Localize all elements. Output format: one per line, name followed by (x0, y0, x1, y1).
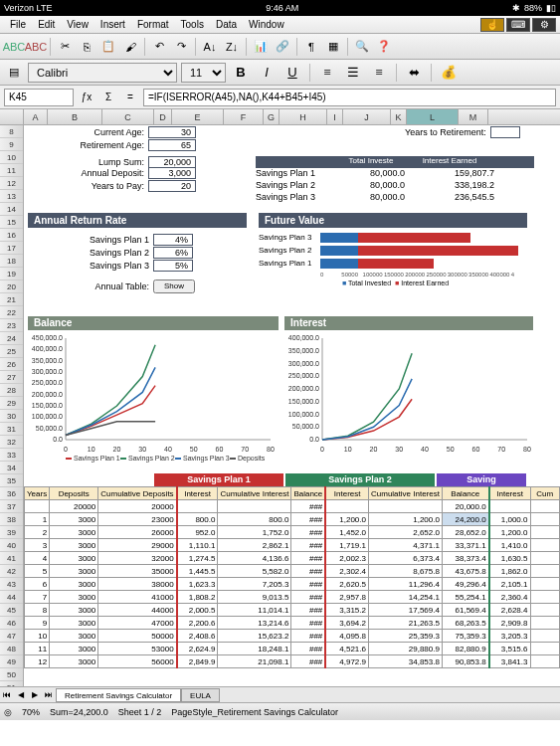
sum-icon[interactable]: Σ (99, 89, 117, 106)
align-left-icon[interactable]: ≡ (316, 63, 338, 83)
menu-insert[interactable]: Insert (94, 19, 131, 30)
bold-button[interactable]: B (230, 63, 252, 83)
currency-icon[interactable]: 💰 (438, 63, 460, 83)
col-I[interactable]: I (327, 109, 343, 124)
sort-asc-icon[interactable]: A↓ (200, 37, 220, 57)
menu-window[interactable]: Window (243, 19, 290, 30)
col-G[interactable]: G (264, 109, 280, 124)
styles-icon[interactable]: ▤ (4, 63, 24, 83)
col-K[interactable]: K (391, 109, 407, 124)
annual-deposit-input[interactable]: 3,000 (148, 167, 196, 179)
paste-icon[interactable]: 📋 (98, 37, 118, 57)
future-value-chart: Savings Plan 3Savings Plan 2Savings Plan… (259, 231, 532, 286)
spellcheck-red-icon[interactable]: ABC (26, 37, 46, 57)
hyperlink-icon[interactable]: 🔗 (273, 37, 292, 57)
svg-text:30: 30 (138, 446, 146, 453)
help-icon[interactable]: ❓ (374, 37, 394, 57)
balance-chart: 0.050,000.0100,000.0150,000.0200,000.025… (28, 332, 279, 471)
col-A[interactable]: A (24, 109, 48, 124)
current-age-input[interactable]: 30 (148, 126, 196, 138)
tab-first-icon[interactable]: ⏮ (0, 690, 14, 699)
spellcheck-icon[interactable]: ABC (4, 37, 24, 57)
plan2-rate-input[interactable]: 6% (153, 247, 193, 259)
align-center-icon[interactable]: ☰ (342, 63, 364, 83)
annual-deposit-label: Annual Deposit: (24, 168, 148, 178)
sheet-content[interactable]: Current Age:30 Years to Retirement: Reti… (24, 125, 560, 720)
svg-text:60: 60 (216, 446, 224, 453)
menu-format[interactable]: Format (131, 19, 175, 30)
svg-text:30: 30 (395, 446, 403, 453)
tab-next-icon[interactable]: ▶ (28, 690, 42, 699)
nonprint-icon[interactable]: ¶ (301, 37, 321, 57)
col-F[interactable]: F (224, 109, 264, 124)
svg-text:350,000.0: 350,000.0 (288, 347, 319, 354)
zoom-level: 70% (22, 707, 40, 717)
lump-sum-label: Lump Sum: (24, 157, 148, 167)
show-table-button[interactable]: Show (153, 280, 195, 293)
svg-text:0.0: 0.0 (309, 436, 319, 443)
col-J[interactable]: J (343, 109, 391, 124)
col-E[interactable]: E (172, 109, 224, 124)
menu-tools[interactable]: Tools (175, 19, 210, 30)
italic-button[interactable]: I (256, 63, 278, 83)
underline-button[interactable]: U (281, 63, 303, 83)
menubar: File Edit View Insert Format Tools Data … (0, 16, 560, 34)
svg-text:200,000.0: 200,000.0 (32, 391, 63, 398)
font-size-select[interactable]: 11 (181, 63, 226, 83)
svg-text:450,000.0: 450,000.0 (32, 334, 63, 341)
tab-eula[interactable]: EULA (181, 688, 220, 702)
merge-icon[interactable]: ⬌ (403, 63, 425, 83)
years-to-pay-input[interactable]: 20 (148, 180, 196, 192)
row-headers: 8910111213141516171819202122232425262728… (0, 125, 24, 720)
status-sheet: Sheet 1 / 2 (118, 707, 162, 717)
pointer-icon[interactable]: ☝ (480, 18, 504, 32)
svg-text:0: 0 (64, 446, 68, 453)
menu-edit[interactable]: Edit (32, 19, 61, 30)
col-B[interactable]: B (48, 109, 102, 124)
col-D[interactable]: D (154, 109, 172, 124)
align-right-icon[interactable]: ≡ (368, 63, 390, 83)
tab-prev-icon[interactable]: ◀ (14, 690, 28, 699)
tab-calculator[interactable]: Retirement Savings Calculator (56, 688, 181, 702)
svg-text:Deposits: Deposits (238, 455, 266, 463)
plan3-rate-input[interactable]: 5% (153, 260, 193, 272)
col-L[interactable]: L (407, 109, 459, 124)
font-name-select[interactable]: Calibri (28, 63, 177, 83)
grid-icon[interactable]: ▦ (323, 37, 343, 57)
menu-view[interactable]: View (61, 19, 94, 30)
retirement-age-input[interactable]: 65 (148, 139, 196, 151)
status-pagestyle: PageStyle_Retirement Savings Calculator (171, 707, 338, 717)
svg-text:10: 10 (88, 446, 95, 453)
future-value-header: Future Value (259, 213, 527, 228)
col-M[interactable]: M (459, 109, 488, 124)
zoom-icon[interactable]: 🔍 (352, 37, 372, 57)
cell-reference-input[interactable] (4, 89, 74, 106)
format-paint-icon[interactable]: 🖌 (120, 37, 140, 57)
plan1-rate-input[interactable]: 4% (153, 234, 193, 246)
undo-icon[interactable]: ↶ (149, 37, 169, 57)
menu-data[interactable]: Data (210, 19, 243, 30)
equals-icon[interactable]: = (121, 89, 139, 106)
function-wizard-icon[interactable]: ƒx (78, 89, 95, 106)
years-to-retirement-value (490, 126, 520, 138)
interest-chart-title: Interest (284, 316, 533, 330)
col-H[interactable]: H (280, 109, 327, 124)
chart-icon[interactable]: 📊 (251, 37, 271, 57)
plan2-table-header: Savings Plan 2 (285, 473, 435, 486)
svg-text:150,000.0: 150,000.0 (288, 398, 319, 405)
col-C[interactable]: C (102, 109, 154, 124)
menu-file[interactable]: File (4, 19, 32, 30)
gear-icon[interactable]: ⚙ (532, 18, 556, 32)
plan3-table-header: Saving (437, 473, 526, 486)
formula-input[interactable] (143, 89, 556, 106)
data-table[interactable]: YearsDepositsCumulative DepositsInterest… (24, 486, 560, 668)
redo-icon[interactable]: ↷ (171, 37, 191, 57)
tab-last-icon[interactable]: ⏭ (42, 690, 56, 699)
svg-text:400,000.0: 400,000.0 (32, 345, 63, 352)
keyboard-icon[interactable]: ⌨ (506, 18, 530, 32)
copy-icon[interactable]: ⎘ (77, 37, 96, 57)
sort-desc-icon[interactable]: Z↓ (222, 37, 242, 57)
svg-text:10: 10 (344, 446, 352, 453)
cut-icon[interactable]: ✂ (55, 37, 75, 57)
svg-text:50,000.0: 50,000.0 (292, 423, 319, 430)
